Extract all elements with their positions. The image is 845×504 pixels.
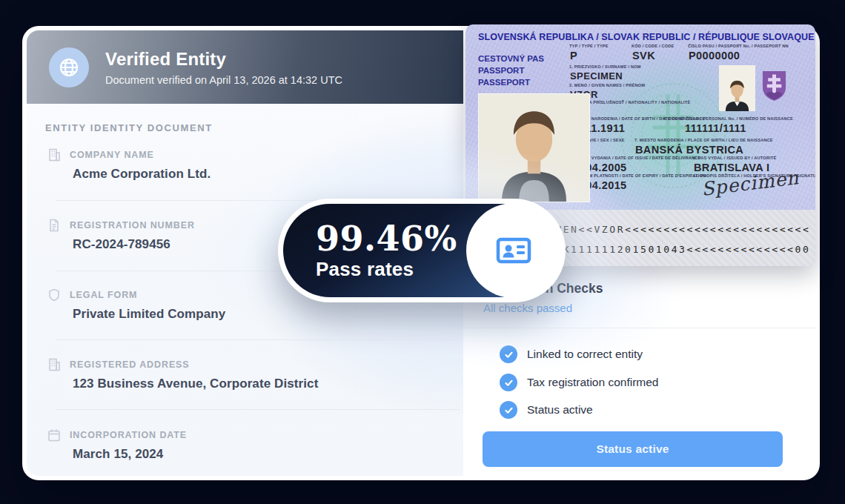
- section-title: ENTITY IDENTITY DOCUMENT: [45, 122, 213, 133]
- field-label: LEGAL FORM: [70, 290, 137, 300]
- passport-label: 6. RODNÉ ČÍSLO / PERSONAL No. / NUMÉRO D…: [663, 116, 793, 121]
- checkmark-icon[interactable]: [500, 374, 517, 391]
- check-item-label: Linked to correct entity: [527, 348, 643, 361]
- passport-photo: [478, 93, 590, 202]
- divider: [56, 409, 460, 410]
- passport-value: SVK: [632, 50, 655, 62]
- passport-label: KÓD / CODE / CODE: [632, 44, 674, 48]
- screen-background: Verified Entity Document verified on Apr…: [0, 0, 845, 504]
- passport-doc-type: CESTOVNÝ PAS PASSPORT PASSEPORT: [478, 53, 544, 88]
- passport-country-title: SLOVENSKÁ REPUBLIKA / SLOVAK REPUBLIC / …: [478, 32, 808, 42]
- verification-timestamp: Document verified on April 13, 2026 at 1…: [105, 74, 342, 86]
- passport-label: 7. MIESTO NARODENIA / PLACE OF BIRTH / L…: [634, 138, 773, 142]
- page-title: Verified Entity: [105, 49, 342, 70]
- slovak-coat-of-arms-icon: [761, 70, 787, 102]
- checks-status-text: All checks passed: [483, 302, 572, 314]
- passport-label: 1. PRIEZVISKO / SURNAME / NOM: [569, 64, 641, 69]
- field-label: INCORPORATION DATE: [70, 430, 187, 440]
- passport-label: 9. PAS VYDAL / ISSUED BY / AUTORITÉ: [693, 156, 776, 160]
- check-item-tax-registration[interactable]: Tax registration confirmed: [500, 374, 658, 391]
- pass-rate-badge: 99.46% Pass rates: [278, 199, 566, 302]
- status-active-button[interactable]: Status active: [483, 431, 783, 467]
- field-registered-address: REGISTERED ADDRESS 123 Business Avenue, …: [47, 357, 447, 391]
- shield-icon: [47, 288, 62, 302]
- passport-label: 2. MENO / GIVEN NAMES / PRÉNOM: [569, 83, 645, 87]
- divider: [56, 339, 460, 340]
- checkmark-icon[interactable]: [500, 401, 517, 419]
- building-icon: [47, 357, 62, 372]
- field-label: COMPANY NAME: [70, 150, 154, 160]
- passport-secondary-photo: [719, 65, 755, 111]
- divider: [463, 328, 815, 328]
- id-card-icon: [466, 203, 561, 298]
- field-company-name: COMPANY NAME Acme Corporation Ltd.: [47, 147, 447, 182]
- checkmark-icon[interactable]: [500, 345, 517, 363]
- passport-value: SPECIMEN: [570, 70, 623, 82]
- globe-icon: [49, 47, 89, 87]
- passport-value: BANSKÁ BYSTRICA: [635, 144, 743, 156]
- field-incorporation-date: INCORPORATION DATE March 15, 2024: [47, 428, 447, 462]
- passport-value: 111111/1111: [685, 122, 746, 134]
- document-icon: [47, 218, 62, 233]
- building-icon: [47, 147, 62, 162]
- check-item-label: Tax registration confirmed: [527, 376, 658, 389]
- passport-label: TYP / TYPE / TYPE: [569, 44, 609, 48]
- field-value: Private Limited Company: [73, 307, 447, 322]
- check-item-linked-entity[interactable]: Linked to correct entity: [500, 345, 643, 363]
- passport-value: P0000000: [689, 50, 740, 62]
- passport-value: P: [570, 50, 577, 62]
- field-value: Acme Corporation Ltd.: [73, 167, 447, 182]
- check-item-label: Status active: [527, 403, 593, 417]
- field-label: REGISTRATION NUMBER: [70, 220, 195, 231]
- calendar-icon: [47, 428, 62, 442]
- verified-entity-header: Verified Entity Document verified on Apr…: [27, 30, 463, 104]
- check-item-status-active[interactable]: Status active: [500, 401, 593, 419]
- field-value: 123 Business Avenue, Corporate District: [73, 377, 447, 391]
- field-value: March 15, 2024: [73, 447, 447, 462]
- passport-label: ČÍSLO PASU / PASSPORT No. / PASSEPORT NN: [688, 44, 789, 48]
- field-label: REGISTERED ADDRESS: [70, 359, 190, 370]
